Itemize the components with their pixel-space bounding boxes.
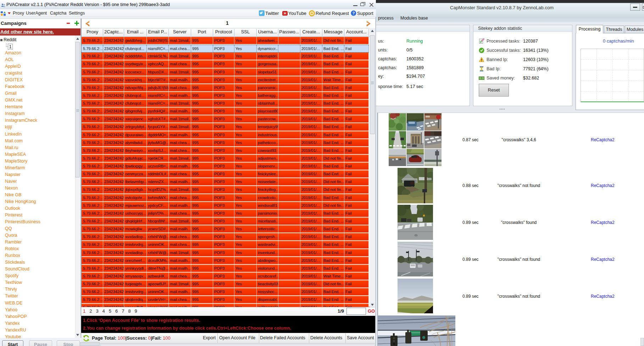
svg-text:?: ? xyxy=(352,11,355,15)
